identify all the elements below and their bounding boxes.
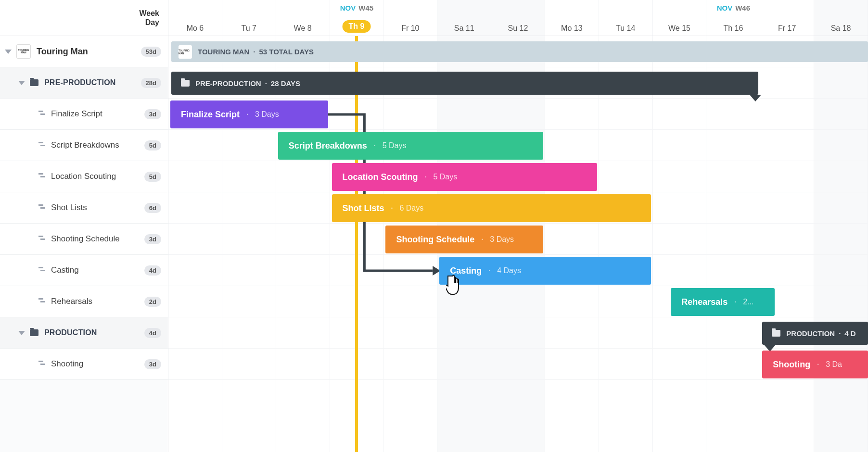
header-day-label: Day: [145, 18, 159, 27]
bar-title: Casting: [450, 266, 482, 276]
task-icon: [38, 203, 46, 212]
sidebar-group-production[interactable]: PRODUCTION 4d: [0, 317, 168, 349]
group-bar-production[interactable]: PRODUCTION·4 D: [762, 322, 868, 345]
svg-rect-9: [40, 239, 45, 240]
svg-rect-4: [38, 173, 43, 175]
svg-rect-13: [40, 301, 45, 302]
day-column: Fr 17: [760, 0, 814, 36]
bar-title: Shot Lists: [343, 203, 384, 213]
bar-days: 2...: [743, 298, 753, 306]
day-label: Tu 7: [242, 24, 256, 33]
svg-rect-5: [40, 176, 45, 177]
day-label: Su 12: [508, 24, 528, 33]
task-title: Shooting Schedule: [51, 234, 120, 244]
day-column: We 8: [276, 0, 330, 36]
folder-icon: [30, 79, 38, 86]
svg-rect-2: [38, 142, 43, 143]
day-label: Fr 10: [401, 24, 419, 33]
group-duration-badge: 4d: [144, 328, 161, 338]
bar-days: 4 Days: [497, 266, 521, 275]
day-column: Mo 13: [545, 0, 599, 36]
gantt-bar[interactable]: Finalize Script·3 Days: [170, 100, 328, 128]
gantt-bar[interactable]: Location Scouting·5 Days: [332, 163, 597, 191]
task-title: Location Scouting: [51, 172, 116, 181]
folder-icon: [30, 329, 38, 336]
svg-rect-14: [38, 361, 43, 362]
day-column: Su 12: [491, 0, 545, 36]
svg-rect-0: [38, 111, 43, 112]
timeline[interactable]: Mo 6Tu 7We 8Th 9Fr 10Sa 11Su 12Mo 13Tu 1…: [168, 0, 868, 452]
day-column: Tu 7: [222, 0, 276, 36]
timeline-body[interactable]: TOURING MANTOURING MAN·53 TOTAL DAYSPRE-…: [168, 36, 868, 452]
chevron-down-icon[interactable]: [18, 81, 25, 85]
task-duration-badge: 3d: [144, 359, 161, 369]
day-label: Mo 6: [187, 24, 204, 33]
sidebar-task-row[interactable]: Shooting Schedule 3d: [0, 224, 168, 255]
bar-days: 3 Days: [255, 110, 279, 119]
day-column: We 15: [653, 0, 707, 36]
svg-rect-11: [40, 270, 45, 271]
project-summary-bar[interactable]: TOURING MANTOURING MAN·53 TOTAL DAYS: [171, 41, 868, 62]
day-column: Sa 11: [437, 0, 491, 36]
bar-title: Location Scouting: [343, 172, 418, 182]
week-label: NOVW46: [717, 4, 750, 12]
group-bar-preproduction[interactable]: PRE-PRODUCTION·28 DAYS: [171, 72, 758, 95]
task-title: Shooting: [51, 359, 83, 369]
bar-days: 3 Days: [490, 235, 514, 244]
gantt-bar[interactable]: Casting·4 Days: [439, 257, 651, 285]
task-duration-badge: 5d: [144, 140, 161, 151]
today-line: [355, 36, 358, 452]
gantt-bar[interactable]: Script Breakdowns·5 Days: [278, 132, 543, 160]
chevron-down-icon[interactable]: [5, 50, 12, 54]
task-icon: [38, 110, 46, 118]
svg-rect-8: [38, 236, 43, 237]
gantt-bar[interactable]: Rehearsals·2...: [671, 288, 775, 316]
project-title: Touring Man: [37, 47, 88, 57]
bar-title: Script Breakdowns: [289, 141, 367, 151]
task-title: Shot Lists: [51, 203, 87, 213]
svg-rect-1: [40, 113, 45, 115]
group-title: PRODUCTION: [44, 328, 97, 337]
day-label: Th 9: [343, 20, 371, 33]
task-duration-badge: 5d: [144, 172, 161, 182]
sidebar-task-row[interactable]: Shot Lists 6d: [0, 192, 168, 224]
task-duration-badge: 4d: [144, 265, 161, 276]
project-duration-badge: 53d: [141, 47, 161, 57]
sidebar-header: Week Day: [0, 0, 168, 36]
bar-days: 5 Days: [383, 141, 407, 150]
chevron-down-icon[interactable]: [18, 331, 25, 335]
task-duration-badge: 3d: [144, 234, 161, 244]
task-title: Script Breakdowns: [51, 140, 119, 150]
sidebar-task-row[interactable]: Rehearsals 2d: [0, 286, 168, 317]
sidebar-task-row[interactable]: Script Breakdowns 5d: [0, 130, 168, 161]
task-icon: [38, 141, 46, 150]
bar-title: Shooting Schedule: [396, 235, 474, 245]
gantt-bar[interactable]: Shot Lists·6 Days: [332, 194, 651, 222]
task-title: Rehearsals: [51, 297, 92, 306]
svg-rect-3: [40, 145, 45, 146]
sidebar-task-row[interactable]: Finalize Script 3d: [0, 99, 168, 130]
today-pill: Th 9: [343, 20, 371, 33]
group-title: PRE-PRODUCTION: [44, 78, 116, 87]
sidebar-group-preproduction[interactable]: PRE-PRODUCTION 28d: [0, 67, 168, 99]
day-column: Sa 18: [814, 0, 868, 36]
bar-title: Shooting: [773, 360, 810, 370]
task-icon: [38, 172, 46, 181]
sidebar-task-row[interactable]: Casting 4d: [0, 255, 168, 286]
bar-days: 5 Days: [433, 173, 457, 181]
day-column: Mo 6: [168, 0, 222, 36]
bar-title: Rehearsals: [681, 297, 728, 307]
project-logo-icon: TOURING MAN: [16, 44, 31, 59]
gantt-bar[interactable]: Shooting Schedule·3 Days: [385, 226, 543, 253]
task-icon: [38, 297, 46, 306]
task-title: Finalize Script: [51, 109, 102, 119]
day-label: Sa 11: [454, 24, 474, 33]
bar-title: Finalize Script: [181, 110, 240, 120]
gantt-bar[interactable]: Shooting·3 Da: [762, 351, 868, 378]
sidebar-project-row[interactable]: TOURING MAN Touring Man 53d: [0, 36, 168, 67]
day-label: Tu 14: [616, 24, 635, 33]
sidebar-task-row[interactable]: Location Scouting 5d: [0, 161, 168, 192]
sidebar-task-row[interactable]: Shooting 3d: [0, 349, 168, 380]
task-icon: [38, 266, 46, 275]
project-logo-icon: TOURING MAN: [179, 45, 192, 59]
